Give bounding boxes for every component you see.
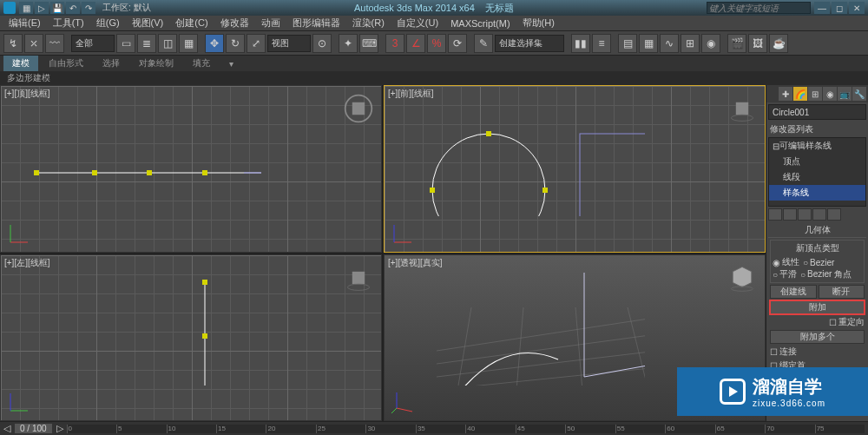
ribbon-tab-populate[interactable]: 填充 (184, 56, 219, 71)
selection-filter-dropdown[interactable]: 全部 (71, 35, 115, 52)
make-unique-icon[interactable] (798, 208, 812, 221)
viewcube-icon[interactable] (727, 93, 758, 124)
configure-sets-icon[interactable] (827, 208, 841, 221)
curve-editor-icon[interactable]: ∿ (660, 34, 679, 53)
modifier-stack[interactable]: ⊟ 可编辑样条线 顶点 线段 样条线 (768, 137, 866, 207)
help-search-input[interactable]: 键入关键字或短语 (707, 2, 811, 14)
object-name-field[interactable]: Circle001 (768, 104, 866, 120)
viewport-label[interactable]: [+][前][线框] (388, 88, 434, 100)
menu-customize[interactable]: 自定义(U) (391, 16, 444, 30)
radio-smooth[interactable]: ○ 平滑 (773, 268, 797, 280)
select-scale-icon[interactable]: ⤢ (247, 34, 266, 53)
viewport-label[interactable]: [+][透视][真实] (388, 257, 443, 269)
radio-linear[interactable]: ◉ 线性 (773, 256, 799, 268)
viewport-front[interactable]: [+][前][线框] (384, 85, 766, 253)
select-region-icon[interactable]: ◫ (158, 34, 177, 53)
ribbon-tab-freeform[interactable]: 自由形式 (40, 56, 92, 71)
select-move-icon[interactable]: ✥ (205, 34, 224, 53)
prev-key-icon[interactable]: ◁ (3, 423, 10, 434)
stack-sub-vertex[interactable]: 顶点 (769, 154, 865, 169)
menu-graph-editors[interactable]: 图形编辑器 (287, 16, 345, 30)
time-slider[interactable]: ◁ 0 / 100 ▷ 051015 20253035 40455055 606… (0, 421, 868, 435)
qat-new-icon[interactable]: ▦ (19, 2, 33, 14)
layer-manager-icon[interactable]: ▤ (618, 34, 637, 53)
remove-modifier-icon[interactable] (812, 208, 826, 221)
maximize-icon[interactable]: ◻ (832, 2, 847, 14)
minimize-icon[interactable]: — (814, 2, 830, 14)
angle-snap-icon[interactable]: ∠ (406, 34, 425, 53)
menu-animation[interactable]: 动画 (256, 16, 286, 30)
bind-space-warp-icon[interactable]: 〰 (45, 34, 64, 53)
attach-mult-button[interactable]: 附加多个 (770, 330, 865, 344)
qat-open-icon[interactable]: ▷ (35, 2, 49, 14)
viewport-top[interactable]: [+][顶][线框] (0, 85, 382, 253)
menu-create[interactable]: 创建(C) (170, 16, 213, 30)
pin-stack-icon[interactable] (768, 208, 782, 221)
align-icon[interactable]: ≡ (592, 34, 611, 53)
ribbon-tab-modeling[interactable]: 建模 (3, 56, 38, 71)
render-production-icon[interactable]: ☕ (769, 34, 788, 53)
next-key-icon[interactable]: ▷ (56, 423, 63, 434)
viewcube-icon[interactable] (343, 93, 374, 124)
create-tab-icon[interactable]: ✚ (779, 87, 792, 101)
menu-help[interactable]: 帮助(H) (517, 16, 560, 30)
utilities-tab-icon[interactable]: 🔧 (852, 87, 866, 101)
edit-named-sel-icon[interactable]: ✎ (474, 34, 493, 53)
ribbon-tab-object-paint[interactable]: 对象绘制 (130, 56, 182, 71)
mirror-icon[interactable]: ▮▮ (571, 34, 590, 53)
menu-views[interactable]: 视图(V) (127, 16, 169, 30)
menu-maxscript[interactable]: MAXScript(M) (445, 18, 515, 29)
hierarchy-tab-icon[interactable]: ⊞ (808, 87, 822, 101)
viewcube-icon[interactable] (343, 262, 374, 293)
show-end-result-icon[interactable] (783, 208, 797, 221)
select-object-icon[interactable]: ▭ (116, 34, 135, 53)
viewcube-icon[interactable] (727, 262, 758, 293)
menu-modifiers[interactable]: 修改器 (215, 16, 254, 30)
material-editor-icon[interactable]: ◉ (701, 34, 720, 53)
workspace-selector[interactable]: 工作区: 默认 (102, 2, 151, 14)
named-selection-dropdown[interactable]: 创建选择集 (495, 35, 564, 52)
create-line-button[interactable]: 创建线 (770, 285, 817, 299)
rendered-frame-icon[interactable]: 🖼 (748, 34, 767, 53)
ref-coord-dropdown[interactable]: 视图 (267, 35, 311, 52)
use-pivot-center-icon[interactable]: ⊙ (312, 34, 332, 53)
stack-sub-spline[interactable]: 样条线 (769, 185, 865, 201)
rollout-header[interactable]: 几何体 (768, 224, 866, 238)
keyboard-shortcut-icon[interactable]: ⌨ (359, 34, 378, 53)
radio-bezier-corner[interactable]: ○ Bezier 角点 (800, 268, 852, 280)
modify-tab-icon[interactable]: 🌈 (793, 87, 807, 101)
modifier-list-label[interactable]: 修改器列表 (766, 122, 868, 137)
timeline-track[interactable]: 051015 20253035 40455055 60657075 (67, 425, 865, 433)
frame-indicator[interactable]: 0 / 100 (14, 423, 53, 434)
close-icon[interactable]: ✕ (849, 2, 865, 14)
reorient-checkbox[interactable]: ☐ (829, 318, 837, 327)
menu-edit[interactable]: 编辑(E) (3, 16, 46, 30)
stack-sub-segment[interactable]: 线段 (769, 169, 865, 185)
snap-toggle-icon[interactable]: 3 (385, 34, 404, 53)
window-crossing-icon[interactable]: ▦ (179, 34, 198, 53)
ribbon-expand-icon[interactable]: ▾ (220, 57, 242, 70)
menu-group[interactable]: 组(G) (91, 16, 125, 30)
qat-save-icon[interactable]: 💾 (50, 2, 64, 14)
viewport-left[interactable]: [+][左][线框] (0, 254, 382, 422)
viewport-label[interactable]: [+][顶][线框] (4, 88, 50, 100)
radio-bezier[interactable]: ○ Bezier (803, 256, 834, 268)
select-rotate-icon[interactable]: ↻ (226, 34, 245, 53)
link-icon[interactable]: ↯ (3, 34, 23, 53)
render-setup-icon[interactable]: 🎬 (727, 34, 746, 53)
unlink-icon[interactable]: ⤫ (24, 34, 43, 53)
select-by-name-icon[interactable]: ≣ (137, 34, 156, 53)
percent-snap-icon[interactable]: % (427, 34, 446, 53)
viewport-label[interactable]: [+][左][线框] (4, 257, 50, 269)
spinner-snap-icon[interactable]: ⟳ (448, 34, 467, 53)
graphite-icon[interactable]: ▦ (639, 34, 658, 53)
schematic-view-icon[interactable]: ⊞ (681, 34, 700, 53)
break-button[interactable]: 断开 (819, 285, 865, 299)
motion-tab-icon[interactable]: ◉ (823, 87, 837, 101)
select-manipulate-icon[interactable]: ✦ (339, 34, 358, 53)
menu-rendering[interactable]: 渲染(R) (347, 16, 390, 30)
qat-undo-icon[interactable]: ↶ (66, 2, 80, 14)
stack-root[interactable]: ⊟ 可编辑样条线 (769, 138, 865, 154)
ribbon-tab-selection[interactable]: 选择 (94, 56, 128, 71)
menu-tools[interactable]: 工具(T) (48, 16, 89, 30)
